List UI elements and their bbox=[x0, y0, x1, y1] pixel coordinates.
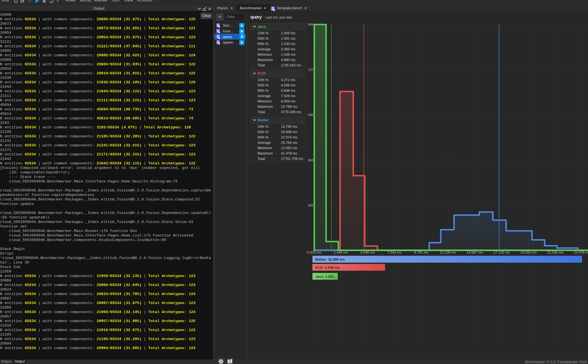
svg-text:7.343 ms: 7.343 ms bbox=[387, 251, 401, 254]
svg-text:363: 363 bbox=[308, 158, 313, 162]
svg-text:22.030 ms: 22.030 ms bbox=[547, 251, 564, 254]
svg-text:4.896 ms: 4.896 ms bbox=[360, 251, 375, 254]
svg-text:24.478 ms: 24.478 ms bbox=[574, 251, 588, 254]
svg-text:Matter: 16.896 ms: Matter: 16.896 ms bbox=[315, 258, 345, 262]
svg-text:909: 909 bbox=[308, 23, 313, 26]
svg-text:17.135 ms: 17.135 ms bbox=[493, 251, 510, 254]
svg-text:ECR: 4.548 ms: ECR: 4.548 ms bbox=[315, 266, 340, 270]
svg-text:19.583 ms: 19.583 ms bbox=[520, 251, 536, 254]
svg-text:14.687 ms: 14.687 ms bbox=[467, 251, 483, 254]
svg-text:Jecs: 1.591...: Jecs: 1.591... bbox=[315, 275, 337, 279]
svg-text:545: 545 bbox=[308, 113, 313, 117]
svg-text:727: 727 bbox=[308, 68, 313, 72]
svg-text:2.448 ms: 2.448 ms bbox=[334, 251, 348, 254]
svg-text:12.239 ms: 12.239 ms bbox=[440, 251, 456, 254]
svg-text:0.000 ms: 0.000 ms bbox=[307, 251, 321, 254]
svg-text:9.791 ms: 9.791 ms bbox=[414, 251, 428, 254]
svg-text:181: 181 bbox=[308, 204, 313, 207]
